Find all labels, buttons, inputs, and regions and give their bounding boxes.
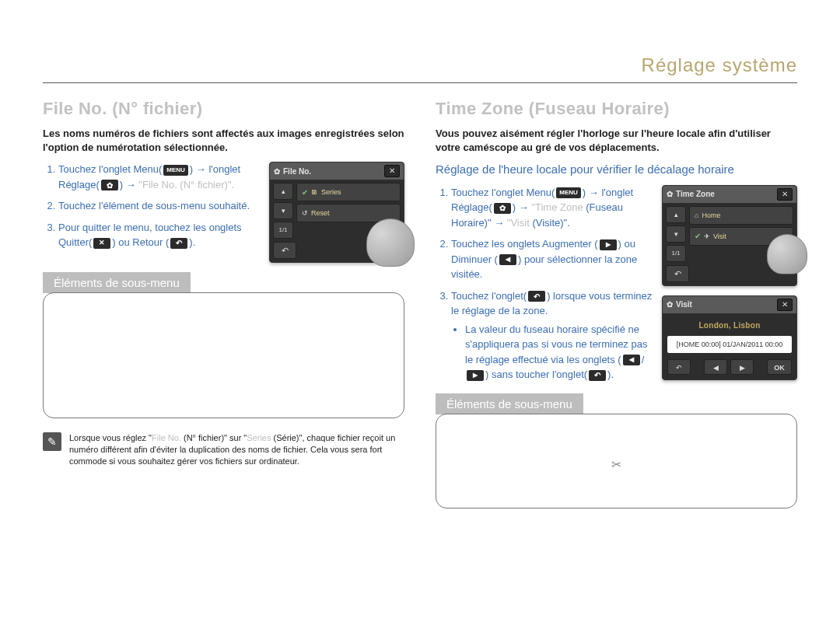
return-icon[interactable]: [589, 370, 606, 381]
gear-icon: ✿: [667, 300, 673, 309]
subheading-local-time: Réglage de l'heure locale pour vérifier …: [436, 162, 797, 177]
heading-time-zone: Time Zone (Fuseau Horaire): [436, 99, 797, 119]
menu-icon[interactable]: MENU: [163, 165, 188, 176]
page-indicator: 1/1: [666, 245, 686, 262]
gear-icon[interactable]: [101, 180, 118, 190]
decrease-button[interactable]: ◀: [704, 359, 727, 375]
scroll-down-button[interactable]: ▾: [666, 225, 686, 243]
note-text: Lorsque vous réglez "File No. (N° fichie…: [69, 432, 404, 467]
back-button[interactable]: ↶: [273, 242, 296, 259]
finger-pointer: [366, 218, 415, 267]
increase-icon[interactable]: [467, 370, 484, 381]
option-visit-label: Visit: [713, 232, 726, 240]
menu-icon[interactable]: MENU: [556, 187, 581, 198]
option-series-label: Series: [321, 188, 341, 196]
gear-icon: ✿: [274, 167, 280, 176]
chapter-title: Réglage système: [43, 54, 797, 76]
right-column: Time Zone (Fuseau Horaire) Vous pouvez a…: [436, 99, 797, 508]
visit-city: London, Lisbon: [667, 321, 792, 330]
divider-top: [43, 82, 797, 83]
screen-time-zone: ✿ Time Zone ✕ ▴ ▾ 1/1 Home: [662, 185, 797, 286]
option-home-label: Home: [702, 211, 720, 219]
finger-pointer: [767, 234, 807, 274]
option-home[interactable]: Home: [689, 206, 793, 225]
close-icon[interactable]: [93, 238, 110, 249]
back-button[interactable]: ↶: [667, 359, 691, 375]
option-series[interactable]: ✔ 🗎 Series: [296, 183, 401, 201]
plane-icon: [704, 232, 710, 240]
back-button[interactable]: ↶: [666, 265, 689, 282]
ok-button[interactable]: OK: [767, 359, 792, 375]
heading-file-no: File No. (N° fichier): [43, 99, 404, 119]
scroll-up-button[interactable]: ▴: [666, 206, 686, 223]
decrease-icon[interactable]: [623, 355, 640, 365]
submenu-title-left: Éléments de sous-menu: [43, 272, 191, 293]
scroll-up-button[interactable]: ▴: [273, 183, 293, 200]
increase-icon[interactable]: [600, 239, 617, 250]
submenu-title-right: Éléments de sous-menu: [436, 393, 583, 414]
screen-visit: ✿ Visit ✕ London, Lisbon [HOME 00:00] 01…: [662, 295, 797, 380]
gear-icon: ✿: [667, 190, 673, 198]
check-icon: ✔: [302, 188, 308, 197]
doc-icon: 🗎: [311, 188, 318, 196]
scissors-icon: ✂: [611, 456, 621, 471]
submenu-box-right: ✂: [436, 414, 797, 508]
scroll-down-button[interactable]: ▾: [273, 202, 293, 219]
return-icon[interactable]: [170, 238, 187, 249]
decrease-icon[interactable]: [499, 254, 516, 265]
reset-icon: [302, 209, 308, 217]
submenu-box-left: [43, 292, 404, 418]
check-icon: ✔: [695, 232, 701, 240]
note-icon: ✎: [43, 432, 61, 451]
close-icon[interactable]: ✕: [777, 188, 793, 201]
return-icon[interactable]: [528, 291, 545, 302]
increase-button[interactable]: ▶: [730, 359, 754, 375]
close-icon[interactable]: ✕: [777, 299, 793, 311]
screen-visit-title: ✿ Visit: [667, 300, 692, 309]
screen-file-no: ✿ File No. ✕ ▴ ▾ 1/1 ✔: [269, 162, 404, 263]
visit-datetime: [HOME 00:00] 01/JAN/2011 00:00: [667, 336, 792, 353]
screen-file-no-title: ✿ File No.: [274, 167, 311, 176]
intro-file-no: Les noms numéros de fichiers sont affect…: [43, 127, 404, 154]
home-icon: [695, 211, 698, 219]
option-reset-label: Reset: [311, 209, 330, 217]
close-icon[interactable]: ✕: [384, 165, 400, 177]
gear-icon[interactable]: [494, 203, 511, 214]
intro-time-zone: Vous pouvez aisément régler l'horloge su…: [436, 127, 797, 154]
left-column: File No. (N° fichier) Les noms numéros d…: [43, 99, 404, 508]
screen-tz-title: ✿ Time Zone: [667, 190, 715, 198]
page-indicator: 1/1: [273, 222, 293, 239]
